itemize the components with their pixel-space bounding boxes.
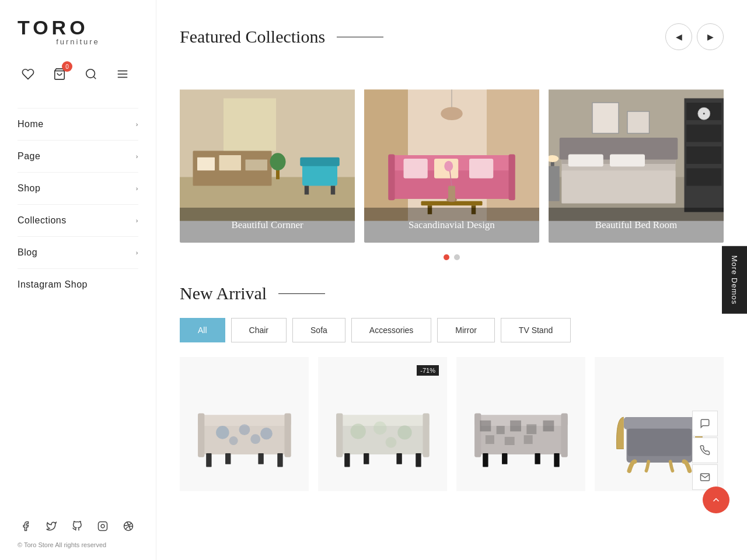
- filter-all[interactable]: All: [180, 318, 225, 342]
- filter-mirror[interactable]: Mirror: [437, 318, 495, 342]
- product-card-1[interactable]: [180, 357, 309, 491]
- svg-point-78: [350, 424, 365, 439]
- new-arrival-divider: [278, 293, 325, 294]
- cart-badge: 0: [62, 61, 72, 72]
- filter-accessories[interactable]: Accessories: [351, 318, 431, 342]
- sidebar-item-page[interactable]: Page ›: [18, 141, 138, 173]
- floating-actions: [692, 411, 718, 490]
- product-badge-2: -71%: [417, 365, 439, 376]
- svg-rect-98: [483, 453, 488, 467]
- product-image-1: [190, 374, 299, 480]
- svg-rect-36: [448, 186, 455, 201]
- svg-rect-103: [623, 417, 694, 429]
- collection-label-2: Sacandinavial Design: [364, 208, 539, 243]
- featured-title: Featured Collections: [180, 27, 325, 47]
- svg-rect-17: [305, 186, 309, 195]
- products-grid: -71%: [180, 357, 724, 491]
- hamburger-icon: [116, 68, 129, 80]
- heart-icon: [22, 68, 34, 80]
- svg-rect-27: [388, 155, 395, 201]
- filter-tabs: All Chair Sofa Accessories Mirror TV Sta…: [180, 318, 724, 342]
- main-content: Featured Collections ◀ ▶: [156, 0, 747, 560]
- collection-card-2[interactable]: Sacandinavial Design: [364, 68, 539, 243]
- facebook-icon[interactable]: [18, 518, 34, 534]
- logo: TORO furniture: [18, 18, 138, 46]
- chevron-icon: ›: [136, 121, 138, 128]
- svg-rect-14: [246, 160, 268, 171]
- carousel-dots: [180, 254, 724, 260]
- svg-point-69: [250, 434, 260, 444]
- svg-point-67: [260, 428, 273, 440]
- svg-rect-73: [258, 453, 263, 464]
- search-button[interactable]: [81, 64, 102, 85]
- collection-label-1: Beautiful Cornner: [180, 208, 355, 243]
- red-fab-button[interactable]: [703, 487, 729, 513]
- svg-rect-104: [627, 429, 691, 456]
- nav-label-home: Home: [18, 119, 44, 130]
- svg-rect-45: [686, 125, 721, 142]
- dot-1[interactable]: [444, 254, 449, 260]
- sidebar-item-home[interactable]: Home ›: [18, 108, 138, 141]
- svg-rect-89: [561, 414, 567, 457]
- prev-arrow-button[interactable]: ◀: [665, 23, 692, 50]
- collection-card-3[interactable]: Beautiful Bed Room: [549, 68, 724, 243]
- svg-rect-85: [396, 453, 402, 464]
- collection-label-3: Beautiful Bed Room: [549, 208, 724, 243]
- product-card-2[interactable]: -71%: [318, 357, 447, 491]
- product-card-3[interactable]: [456, 357, 585, 491]
- chat-icon: [700, 418, 710, 429]
- more-demos-button[interactable]: More Demos: [722, 246, 747, 314]
- filter-sofa[interactable]: Sofa: [292, 318, 345, 342]
- svg-rect-16: [300, 158, 340, 166]
- next-arrow-button[interactable]: ▶: [697, 23, 724, 50]
- github-icon[interactable]: [69, 518, 85, 534]
- chevron-icon: ›: [136, 249, 138, 256]
- svg-point-81: [385, 437, 396, 448]
- svg-rect-29: [404, 159, 428, 178]
- svg-line-2: [93, 76, 96, 79]
- phone-fab-button[interactable]: [692, 438, 718, 463]
- sidebar-item-shop[interactable]: Shop ›: [18, 173, 138, 205]
- up-arrow-icon: [711, 495, 721, 505]
- new-arrival-title: New Arrival: [180, 284, 267, 303]
- sidebar-item-instagram[interactable]: Instagram Shop: [18, 269, 138, 300]
- nav-label-instagram: Instagram Shop: [18, 279, 88, 290]
- svg-rect-93: [526, 424, 536, 434]
- svg-rect-18: [331, 186, 336, 195]
- chat-fab-button[interactable]: [692, 411, 718, 436]
- sidebar-footer: © Toro Store All rights reserved: [18, 506, 138, 548]
- new-arrival-header: New Arrival: [180, 284, 724, 303]
- svg-point-38: [444, 161, 453, 172]
- dot-2[interactable]: [454, 254, 460, 260]
- svg-rect-52: [610, 155, 645, 167]
- chevron-icon: ›: [136, 185, 138, 192]
- collection-card-1[interactable]: Beautiful Cornner: [180, 68, 355, 243]
- logo-furniture: furniture: [18, 37, 138, 46]
- svg-point-79: [374, 422, 387, 435]
- svg-rect-58: [627, 111, 650, 134]
- copyright-text: © Toro Store All rights reserved: [18, 541, 138, 548]
- svg-rect-95: [485, 435, 494, 444]
- svg-point-66: [239, 424, 250, 435]
- twitter-icon[interactable]: [43, 518, 60, 534]
- phone-icon: [700, 445, 710, 456]
- sidebar-item-blog[interactable]: Blog ›: [18, 237, 138, 269]
- sidebar-item-collections[interactable]: Collections ›: [18, 205, 138, 237]
- menu-button[interactable]: [112, 64, 133, 85]
- svg-rect-77: [423, 414, 429, 457]
- svg-rect-101: [535, 453, 540, 464]
- instagram-icon[interactable]: [95, 518, 111, 534]
- filter-chair[interactable]: Chair: [231, 318, 287, 342]
- filter-tvstand[interactable]: TV Stand: [501, 318, 571, 342]
- svg-rect-51: [568, 155, 603, 167]
- wishlist-button[interactable]: [18, 64, 39, 85]
- svg-rect-6: [99, 522, 107, 531]
- cart-button[interactable]: 0: [49, 64, 70, 85]
- product-image-3: [466, 374, 576, 480]
- dribbble-icon[interactable]: [120, 518, 137, 534]
- svg-rect-62: [198, 415, 291, 426]
- svg-rect-64: [284, 414, 291, 457]
- svg-point-65: [216, 426, 229, 439]
- icon-bar: 0: [18, 64, 138, 85]
- svg-rect-96: [504, 437, 514, 445]
